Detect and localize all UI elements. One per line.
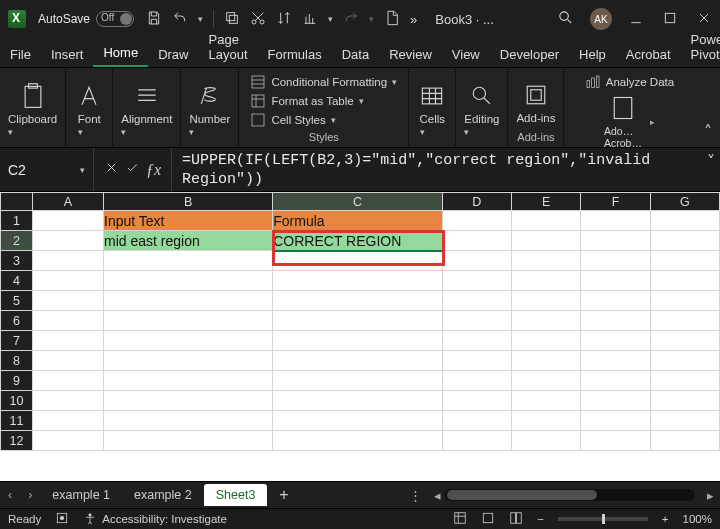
row-header-6[interactable]: 6	[1, 311, 33, 331]
format-as-table-button[interactable]: Format as Table ▾	[250, 93, 363, 109]
cell-F3[interactable]	[581, 251, 650, 271]
autosave-toggle[interactable]: AutoSave Off	[38, 11, 134, 27]
cell-G4[interactable]	[650, 271, 719, 291]
qat-more-icon[interactable]: »	[410, 12, 417, 27]
sort-icon[interactable]	[276, 10, 292, 29]
new-file-icon[interactable]	[384, 10, 400, 29]
cell-D9[interactable]	[442, 371, 511, 391]
row-header-2[interactable]: 2	[1, 231, 33, 251]
cell-B5[interactable]	[104, 291, 273, 311]
cell-G2[interactable]	[650, 231, 719, 251]
col-header-F[interactable]: F	[581, 193, 650, 211]
cell-C9[interactable]	[273, 371, 443, 391]
avatar[interactable]: AK	[590, 8, 612, 30]
cell-F5[interactable]	[581, 291, 650, 311]
cell-F4[interactable]	[581, 271, 650, 291]
expand-formula-bar-icon[interactable]: ˅	[702, 148, 720, 191]
sheet-nav-prev-icon[interactable]: ‹	[0, 488, 20, 502]
sheet-tab-example-1[interactable]: example 1	[40, 484, 122, 506]
menu-tab-page-layout[interactable]: Page Layout	[199, 26, 258, 67]
cell-styles-button[interactable]: Cell Styles ▾	[250, 112, 335, 128]
save-icon[interactable]	[146, 10, 162, 29]
cell-C7[interactable]	[273, 331, 443, 351]
cell-E5[interactable]	[512, 291, 581, 311]
cell-F12[interactable]	[581, 431, 650, 451]
menu-tab-data[interactable]: Data	[332, 41, 379, 67]
maximize-icon[interactable]	[662, 10, 678, 29]
chevron-down-icon[interactable]: ▾	[80, 165, 85, 175]
menu-tab-draw[interactable]: Draw	[148, 41, 198, 67]
cell-A1[interactable]	[32, 211, 103, 231]
cell-G5[interactable]	[650, 291, 719, 311]
row-header-4[interactable]: 4	[1, 271, 33, 291]
col-header-E[interactable]: E	[512, 193, 581, 211]
cell-C10[interactable]	[273, 391, 443, 411]
cell-D1[interactable]	[442, 211, 511, 231]
zoom-slider[interactable]	[558, 517, 648, 521]
cell-B3[interactable]	[104, 251, 273, 271]
cell-G8[interactable]	[650, 351, 719, 371]
col-header-A[interactable]: A	[32, 193, 103, 211]
cell-C12[interactable]	[273, 431, 443, 451]
cell-E10[interactable]	[512, 391, 581, 411]
row-header-11[interactable]: 11	[1, 411, 33, 431]
cell-E4[interactable]	[512, 271, 581, 291]
menu-tab-view[interactable]: View	[442, 41, 490, 67]
cell-B12[interactable]	[104, 431, 273, 451]
paste-button[interactable]: Clipboard▾	[8, 82, 57, 137]
page-break-view-icon[interactable]	[509, 511, 523, 527]
cell-F7[interactable]	[581, 331, 650, 351]
hscroll-left-icon[interactable]: ◂	[430, 488, 445, 503]
cell-E2[interactable]	[512, 231, 581, 251]
cell-B9[interactable]	[104, 371, 273, 391]
menu-tab-formulas[interactable]: Formulas	[258, 41, 332, 67]
menu-tab-file[interactable]: File	[0, 41, 41, 67]
cell-E6[interactable]	[512, 311, 581, 331]
col-header-D[interactable]: D	[442, 193, 511, 211]
font-group-button[interactable]: Font▾	[74, 82, 104, 137]
collapse-ribbon-icon[interactable]: ˄	[704, 122, 712, 141]
insert-function-icon[interactable]: ƒx	[146, 161, 161, 179]
cells-group-button[interactable]: Cells▾	[417, 82, 447, 137]
cell-A8[interactable]	[32, 351, 103, 371]
horizontal-scrollbar[interactable]	[445, 489, 695, 501]
cell-G1[interactable]	[650, 211, 719, 231]
cell-D10[interactable]	[442, 391, 511, 411]
cell-F6[interactable]	[581, 311, 650, 331]
cell-E7[interactable]	[512, 331, 581, 351]
row-header-8[interactable]: 8	[1, 351, 33, 371]
formula-input[interactable]: =UPPER(IF(LEFT(B2,3)="mid","correct regi…	[172, 148, 702, 191]
row-header-9[interactable]: 9	[1, 371, 33, 391]
cell-B6[interactable]	[104, 311, 273, 331]
cell-E12[interactable]	[512, 431, 581, 451]
formula-cancel-icon[interactable]	[104, 160, 119, 179]
cell-D4[interactable]	[442, 271, 511, 291]
menu-tab-acrobat[interactable]: Acrobat	[616, 41, 681, 67]
cell-G11[interactable]	[650, 411, 719, 431]
cell-C1[interactable]: Formula	[273, 211, 443, 231]
undo-icon[interactable]	[172, 10, 188, 29]
cell-E11[interactable]	[512, 411, 581, 431]
cell-G6[interactable]	[650, 311, 719, 331]
zoom-in-icon[interactable]: +	[662, 513, 669, 525]
col-header-C[interactable]: C	[273, 193, 443, 211]
new-sheet-button[interactable]: +	[267, 486, 300, 504]
number-group-button[interactable]: Number▾	[189, 82, 230, 137]
adobe-acrobat-button[interactable]: Ado…Acrob…	[604, 94, 642, 149]
cell-E9[interactable]	[512, 371, 581, 391]
addins-button[interactable]: Add-ins	[516, 81, 555, 124]
cell-A9[interactable]	[32, 371, 103, 391]
cell-C11[interactable]	[273, 411, 443, 431]
cell-F11[interactable]	[581, 411, 650, 431]
cell-D2[interactable]	[442, 231, 511, 251]
cell-B1[interactable]: Input Text	[104, 211, 273, 231]
search-icon[interactable]	[557, 9, 574, 29]
cell-F8[interactable]	[581, 351, 650, 371]
cell-A4[interactable]	[32, 271, 103, 291]
cell-B8[interactable]	[104, 351, 273, 371]
cell-A5[interactable]	[32, 291, 103, 311]
worksheet-grid[interactable]: ABCDEFG1Input TextFormula2mid east regio…	[0, 192, 720, 481]
cell-A11[interactable]	[32, 411, 103, 431]
menu-tab-power-pivot[interactable]: Power Pivot	[681, 26, 720, 67]
cell-D3[interactable]	[442, 251, 511, 271]
